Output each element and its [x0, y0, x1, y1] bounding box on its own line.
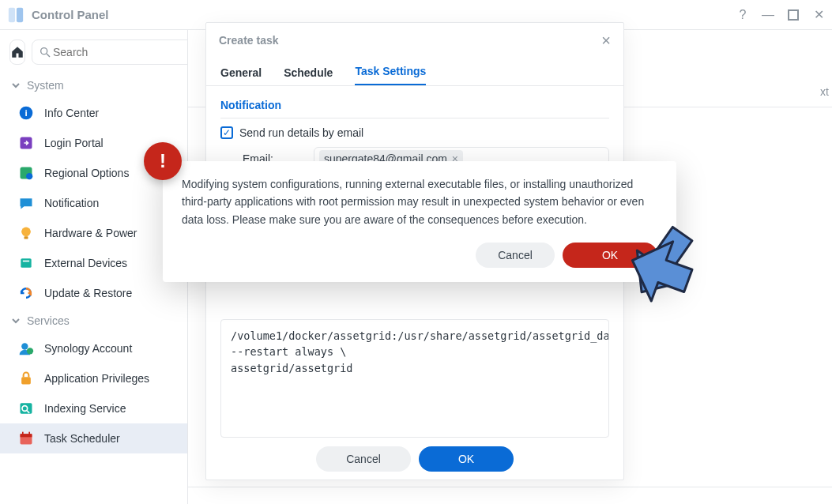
- sidebar-item-application-privileges[interactable]: Application Privileges: [0, 363, 187, 393]
- svg-point-3: [41, 48, 47, 55]
- section-services[interactable]: Services: [0, 308, 187, 333]
- svg-point-14: [21, 343, 28, 349]
- svg-rect-21: [21, 434, 32, 437]
- sidebar-item-task-scheduler[interactable]: Task Scheduler: [0, 423, 187, 453]
- control-panel-window: Control Panel ? — ✕ Syst: [0, 0, 832, 504]
- calendar-icon: [17, 430, 35, 447]
- svg-rect-2: [789, 10, 798, 20]
- svg-rect-1: [17, 7, 23, 21]
- sidebar-item-update-restore[interactable]: Update & Restore: [0, 278, 187, 308]
- send-email-checkbox-row[interactable]: ✓ Send run details by email: [220, 126, 609, 139]
- minimize-icon[interactable]: —: [761, 8, 775, 22]
- warning-dialog: ! Modifying system configurations, runni…: [163, 161, 676, 282]
- sidebar-item-notification[interactable]: Notification: [0, 188, 187, 218]
- svg-rect-11: [24, 236, 28, 239]
- notification-heading: Notification: [220, 96, 609, 118]
- modal-title: Create task: [219, 34, 601, 47]
- svg-rect-0: [9, 7, 15, 21]
- svg-point-10: [21, 228, 31, 237]
- help-icon[interactable]: ?: [736, 8, 750, 22]
- chat-icon: [17, 194, 35, 212]
- sidebar: System i Info Center Login Portal Region…: [0, 30, 188, 504]
- modal-cancel-button[interactable]: Cancel: [316, 446, 411, 472]
- window-controls: ? — ✕: [736, 8, 826, 22]
- sidebar-item-external-devices[interactable]: External Devices: [0, 248, 187, 278]
- svg-rect-16: [21, 377, 31, 384]
- chevron-down-icon: [11, 81, 21, 90]
- svg-point-15: [27, 348, 33, 354]
- section-system[interactable]: System: [0, 73, 187, 98]
- script-textarea[interactable]: /volume1/docker/assetgrid:/usr/share/ass…: [220, 319, 609, 438]
- warning-icon: !: [144, 142, 182, 180]
- col-next-run[interactable]: xt run time: [812, 85, 832, 98]
- annotation-arrow-icon: [624, 223, 695, 310]
- tab-task-settings[interactable]: Task Settings: [355, 65, 426, 85]
- window-title: Control Panel: [32, 8, 736, 21]
- tab-general[interactable]: General: [220, 66, 262, 85]
- sidebar-item-indexing-service[interactable]: Indexing Service: [0, 393, 187, 423]
- maximize-icon[interactable]: [786, 8, 800, 22]
- bulb-icon: [17, 224, 35, 242]
- home-button[interactable]: [9, 39, 25, 65]
- tab-schedule[interactable]: Schedule: [284, 66, 333, 85]
- svg-text:i: i: [24, 107, 27, 118]
- modal-tabs: General Schedule Task Settings: [206, 58, 623, 86]
- checkbox-checked-icon[interactable]: ✓: [220, 126, 233, 139]
- account-icon: [17, 340, 35, 357]
- search-input[interactable]: [32, 39, 200, 65]
- info-icon: i: [17, 104, 35, 122]
- device-icon: [17, 254, 35, 272]
- close-icon[interactable]: ✕: [811, 8, 826, 22]
- dialog-cancel-button[interactable]: Cancel: [476, 243, 555, 268]
- app-icon: [6, 6, 25, 24]
- portal-icon: [17, 134, 35, 152]
- modal-close-icon[interactable]: ×: [601, 32, 611, 50]
- search-icon: [39, 46, 51, 58]
- modal-ok-button[interactable]: OK: [419, 446, 514, 472]
- refresh-icon: [17, 284, 35, 302]
- send-email-label: Send run details by email: [239, 126, 363, 139]
- chevron-down-icon: [11, 316, 21, 325]
- warning-text: Modifying system configurations, running…: [182, 175, 657, 228]
- sidebar-item-synology-account[interactable]: Synology Account: [0, 333, 187, 363]
- globe-icon: [17, 164, 35, 182]
- index-icon: [17, 400, 35, 417]
- status-bar: 356 items: [188, 487, 832, 504]
- search-field[interactable]: [51, 45, 193, 59]
- svg-rect-12: [21, 258, 31, 268]
- svg-rect-22: [22, 432, 24, 435]
- svg-rect-23: [28, 432, 30, 435]
- sidebar-item-hardware-power[interactable]: Hardware & Power: [0, 218, 187, 248]
- svg-line-4: [47, 54, 50, 57]
- svg-rect-13: [23, 261, 29, 262]
- lock-icon: [17, 370, 35, 387]
- sidebar-item-info-center[interactable]: i Info Center: [0, 98, 187, 128]
- svg-point-9: [26, 173, 32, 179]
